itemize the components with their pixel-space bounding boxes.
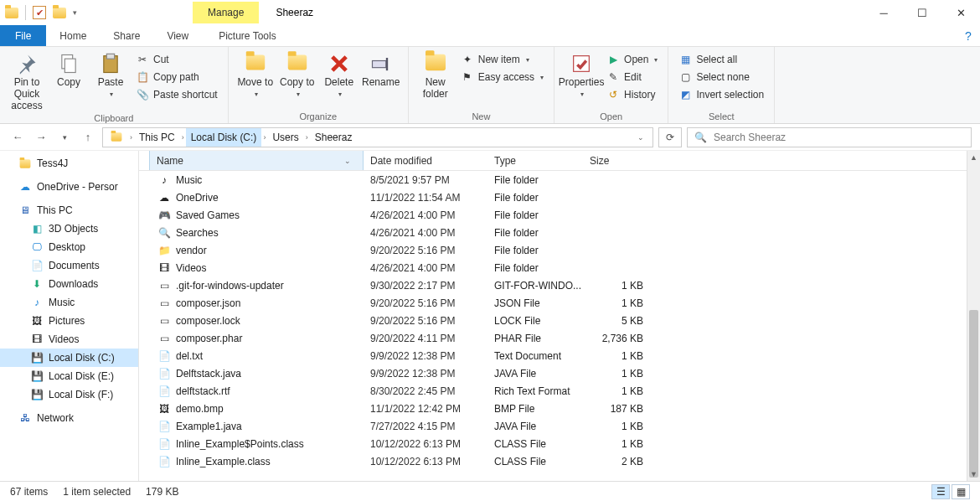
qat-properties-icon[interactable]: ✔ [33, 6, 46, 19]
nav-onedrive[interactable]: ☁OneDrive - Persor [0, 178, 138, 196]
breadcrumb-chevron[interactable]: › [180, 133, 186, 142]
table-row[interactable]: 🖼demo.bmp11/1/2022 12:42 PMBMP File187 K… [139, 400, 967, 417]
rename-button[interactable]: Rename [361, 50, 401, 89]
file-type: BMP File [487, 403, 583, 415]
pin-to-quick-access-button[interactable]: Pin to Quick access [7, 50, 47, 111]
properties-button[interactable]: Properties▾ [561, 50, 601, 98]
table-row[interactable]: 📄Example1.java7/27/2022 4:15 PMJAVA File… [139, 417, 967, 435]
table-row[interactable]: 📁vendor9/20/2022 5:16 PMFile folder [139, 241, 967, 259]
cut-button[interactable]: ✂Cut [132, 52, 221, 67]
back-button[interactable]: ← [8, 128, 27, 147]
table-row[interactable]: 🎞Videos4/26/2021 4:00 PMFile folder [139, 259, 967, 276]
breadcrumb-chevron[interactable]: › [128, 133, 134, 142]
search-box[interactable]: 🔍 Search Sheeraz [687, 127, 972, 147]
file-size: 1 KB [583, 350, 650, 362]
nav-this-pc[interactable]: 🖥This PC [0, 201, 138, 220]
qat-customize-icon[interactable]: ▾ [73, 8, 77, 17]
file-size: 1 KB [583, 297, 650, 309]
copy-to-button[interactable]: Copy to▾ [277, 50, 317, 98]
copy-button[interactable]: Copy [49, 50, 89, 89]
forward-button[interactable]: → [32, 128, 50, 147]
nav-pictures[interactable]: 🖼Pictures [0, 312, 138, 330]
tab-share[interactable]: Share [100, 25, 153, 46]
qat-newfolder-icon[interactable] [53, 8, 66, 18]
scroll-down-icon[interactable]: ▼ [967, 467, 980, 481]
delete-button[interactable]: Delete▾ [319, 50, 359, 98]
breadcrumb-root-icon[interactable] [105, 128, 128, 147]
file-name: OneDrive [176, 192, 219, 204]
tab-view[interactable]: View [153, 25, 202, 46]
open-button[interactable]: ▶Open▾ [603, 52, 661, 67]
scroll-thumb[interactable] [969, 310, 978, 478]
navigation-pane[interactable]: Tess4J ☁OneDrive - Persor 🖥This PC ◧3D O… [0, 151, 139, 481]
table-row[interactable]: 🎮Saved Games4/26/2021 4:00 PMFile folder [139, 206, 967, 224]
nav-downloads[interactable]: ⬇Downloads [0, 275, 138, 293]
address-bar[interactable]: › This PC › Local Disk (C:) › Users › Sh… [102, 127, 653, 147]
address-dropdown[interactable]: ⌄ [631, 133, 651, 142]
nav-disk-e[interactable]: 💾Local Disk (E:) [0, 367, 138, 385]
file-rows[interactable]: ♪Music8/5/2021 9:57 PMFile folder☁OneDri… [139, 171, 967, 481]
nav-documents[interactable]: 📄Documents [0, 256, 138, 275]
tab-home[interactable]: Home [46, 25, 100, 46]
nav-desktop[interactable]: 🖵Desktop [0, 238, 138, 256]
new-folder-button[interactable]: New folder [415, 50, 456, 101]
table-row[interactable]: ▭composer.json9/20/2022 5:16 PMJSON File… [139, 294, 967, 312]
tab-picture-tools[interactable]: Picture Tools [205, 25, 289, 46]
scroll-up-icon[interactable]: ▲ [967, 151, 980, 164]
nav-3d-objects[interactable]: ◧3D Objects [0, 220, 138, 238]
table-row[interactable]: 📄delftstack.rtf8/30/2022 2:45 PMRich Tex… [139, 382, 967, 400]
table-row[interactable]: ♪Music8/5/2021 9:57 PMFile folder [139, 171, 967, 189]
table-row[interactable]: 📄Delftstack.java9/9/2022 12:38 PMJAVA Fi… [139, 364, 967, 382]
table-row[interactable]: ▭.git-for-windows-updater9/30/2022 2:17 … [139, 276, 967, 294]
view-details-button[interactable]: ☰ [931, 484, 950, 499]
breadcrumb-folder[interactable]: Sheeraz [310, 128, 358, 147]
close-button[interactable]: ✕ [941, 0, 980, 25]
breadcrumb-chevron[interactable]: › [261, 133, 267, 142]
nav-network[interactable]: 🖧Network [0, 409, 138, 427]
easy-access-button[interactable]: ⚑Easy access▾ [457, 70, 547, 85]
history-button[interactable]: ↺History [603, 87, 661, 102]
help-icon[interactable]: ? [957, 25, 980, 46]
table-row[interactable]: 📄del.txt9/9/2022 12:38 PMText Document1 … [139, 347, 967, 364]
table-row[interactable]: ☁OneDrive11/1/2022 11:54 AMFile folder [139, 189, 967, 206]
tab-file[interactable]: File [0, 25, 46, 46]
column-type[interactable]: Type [487, 151, 583, 170]
nav-disk-c[interactable]: 💾Local Disk (C:) [0, 349, 138, 367]
vertical-scrollbar[interactable]: ▲ ▼ [967, 151, 980, 481]
new-item-icon: ✦ [461, 53, 474, 66]
column-name[interactable]: Name⌄ [149, 151, 364, 170]
paste-shortcut-button[interactable]: 📎Paste shortcut [132, 87, 221, 102]
table-row[interactable]: ▭composer.phar9/20/2022 4:11 PMPHAR File… [139, 329, 967, 347]
breadcrumb-this-pc[interactable]: This PC [134, 128, 180, 147]
minimize-button[interactable]: ─ [864, 0, 903, 25]
recent-locations-button[interactable]: ▾ [55, 128, 74, 147]
file-icon: ▭ [157, 314, 171, 328]
breadcrumb-drive[interactable]: Local Disk (C:) [186, 128, 262, 147]
up-button[interactable]: ↑ [79, 128, 97, 147]
view-large-icons-button[interactable]: ▦ [952, 484, 970, 499]
table-row[interactable]: 📄Inline_Example$Points.class10/12/2022 6… [139, 435, 967, 452]
table-row[interactable]: 📄Inline_Example.class10/12/2022 6:13 PMC… [139, 452, 967, 470]
nav-videos[interactable]: 🎞Videos [0, 330, 138, 349]
select-none-button[interactable]: ▢Select none [675, 70, 767, 85]
nav-music[interactable]: ♪Music [0, 293, 138, 312]
column-size[interactable]: Size [583, 151, 650, 170]
column-date[interactable]: Date modified [364, 151, 487, 170]
select-all-button[interactable]: ▦Select all [675, 52, 767, 67]
table-row[interactable]: 🔍Searches4/26/2021 4:00 PMFile folder [139, 224, 967, 241]
refresh-button[interactable]: ⟳ [658, 127, 682, 147]
nav-tess4j[interactable]: Tess4J [0, 154, 138, 173]
breadcrumb-chevron[interactable]: › [304, 133, 310, 142]
invert-selection-button[interactable]: ◩Invert selection [675, 87, 767, 102]
copy-path-button[interactable]: 📋Copy path [132, 70, 221, 85]
maximize-button[interactable]: ☐ [903, 0, 941, 25]
breadcrumb-users[interactable]: Users [267, 128, 303, 147]
status-size: 179 KB [146, 486, 178, 498]
file-date: 9/30/2022 2:17 PM [364, 280, 487, 292]
move-to-button[interactable]: Move to▾ [235, 50, 276, 98]
nav-disk-f[interactable]: 💾Local Disk (F:) [0, 385, 138, 404]
new-item-button[interactable]: ✦New item▾ [457, 52, 547, 67]
edit-button[interactable]: ✎Edit [603, 70, 661, 85]
table-row[interactable]: ▭composer.lock9/20/2022 5:16 PMLOCK File… [139, 312, 967, 329]
paste-button[interactable]: Paste ▾ [90, 50, 131, 98]
